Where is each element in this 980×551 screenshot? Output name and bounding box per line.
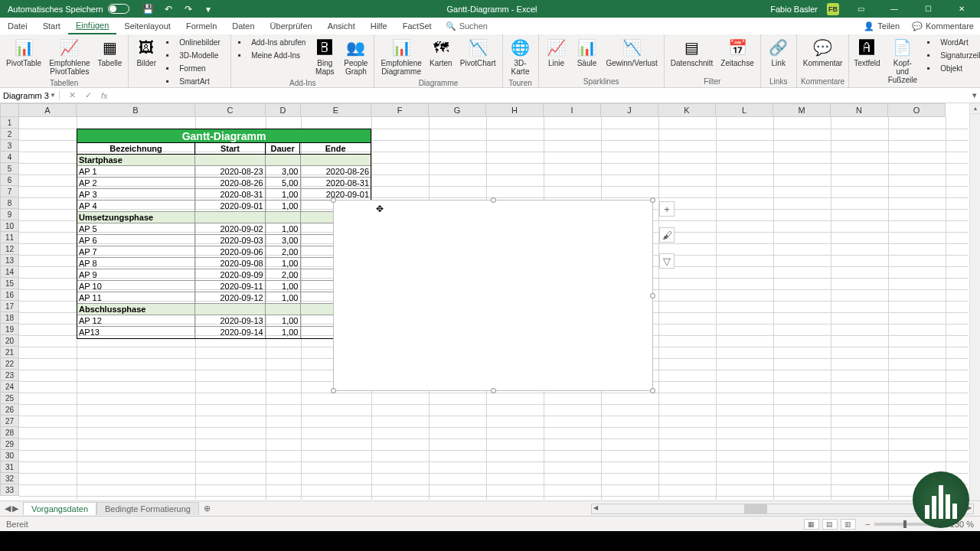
resize-handle-nw[interactable]: [331, 197, 336, 203]
cancel-formula-icon[interactable]: ✕: [69, 90, 76, 100]
col-header-B[interactable]: B: [77, 103, 195, 117]
ribbon-btn-bing-maps[interactable]: 🅱BingMaps: [310, 36, 339, 77]
row-header-1[interactable]: 1: [0, 117, 19, 129]
ribbon-tab-seitenlayout[interactable]: Seitenlayout: [116, 18, 178, 34]
col-header-I[interactable]: I: [544, 103, 601, 117]
row-header-4[interactable]: 4: [0, 152, 19, 163]
ribbon-btn-pivottable[interactable]: 📊PivotTable: [3, 36, 44, 69]
resize-handle-se[interactable]: [650, 388, 655, 393]
ribbon-btn-meine-add-ins[interactable]: ▪Meine Add-Ins: [234, 49, 309, 61]
fx-icon[interactable]: fx: [101, 91, 108, 100]
sheet-tab-active[interactable]: Vorgangsdaten: [23, 502, 96, 515]
row-header-8[interactable]: 8: [0, 197, 19, 209]
table-row[interactable]: Startphase: [77, 155, 371, 166]
row-header-23[interactable]: 23: [0, 370, 19, 381]
redo-icon[interactable]: ↷: [183, 4, 194, 15]
col-header-J[interactable]: J: [601, 103, 658, 117]
row-header-7[interactable]: 7: [0, 186, 19, 197]
col-header-G[interactable]: G: [429, 103, 486, 117]
view-normal-button[interactable]: ▦: [804, 519, 819, 530]
row-header-2[interactable]: 2: [0, 129, 19, 140]
table-row[interactable]: AP 72020-09-062,0020: [77, 246, 371, 258]
row-header-31[interactable]: 31: [0, 461, 19, 473]
row-header-29[interactable]: 29: [0, 439, 19, 450]
ribbon-tab-einfügen[interactable]: Einfügen: [68, 18, 116, 34]
row-header-25[interactable]: 25: [0, 393, 19, 404]
maximize-icon[interactable]: ☐: [916, 0, 940, 18]
row-header-14[interactable]: 14: [0, 266, 19, 278]
table-row[interactable]: AP 32020-08-311,002020-09-01: [77, 189, 371, 201]
ribbon-btn-link[interactable]: 🔗Link: [764, 36, 793, 69]
table-row[interactable]: AP 22020-08-265,002020-08-31: [77, 178, 371, 189]
ribbon-btn-kopf-und-fu-zeile[interactable]: 📄Kopf-und Fußzeile: [883, 36, 922, 86]
row-header-17[interactable]: 17: [0, 301, 19, 312]
col-header-H[interactable]: H: [486, 103, 544, 117]
row-header-6[interactable]: 6: [0, 174, 19, 186]
table-row[interactable]: AP 92020-09-092,0020: [77, 269, 371, 281]
row-header-18[interactable]: 18: [0, 312, 19, 324]
col-header-K[interactable]: K: [658, 103, 716, 117]
table-row[interactable]: AP132020-09-141,0020: [77, 327, 371, 338]
ribbon-btn--d-modelle[interactable]: ▪3D-Modelle: [162, 49, 227, 61]
zoom-out-button[interactable]: −: [865, 520, 870, 529]
row-header-33[interactable]: 33: [0, 484, 19, 496]
name-box[interactable]: Diagramm 3▼: [0, 91, 60, 100]
view-pagebreak-button[interactable]: ▥: [841, 519, 856, 530]
sheet-nav-next-icon[interactable]: ▶: [12, 504, 18, 514]
col-header-O[interactable]: O: [888, 103, 946, 117]
ribbon-btn-linie[interactable]: 📈Linie: [542, 36, 571, 69]
ribbon-btn-empfohlene-pivottables[interactable]: 📈EmpfohlenePivotTables: [46, 36, 93, 77]
row-header-12[interactable]: 12: [0, 243, 19, 255]
select-all-corner[interactable]: [0, 103, 19, 117]
ribbon-btn-karten[interactable]: 🗺Karten: [426, 36, 456, 69]
table-row[interactable]: AP 82020-09-081,0020: [77, 258, 371, 269]
row-header-10[interactable]: 10: [0, 220, 19, 232]
col-header-N[interactable]: N: [831, 103, 888, 117]
resize-handle-n[interactable]: [491, 197, 496, 203]
ribbon-btn-pivotchart[interactable]: 📉PivotChart: [457, 36, 499, 69]
table-row[interactable]: AP 122020-09-131,0020: [77, 315, 371, 327]
user-avatar[interactable]: FB: [827, 3, 839, 15]
row-header-15[interactable]: 15: [0, 278, 19, 289]
ribbon-btn--d-karte[interactable]: 🌐3D-Karte: [506, 36, 535, 77]
ribbon-btn-add-ins-abrufen[interactable]: ▪Add-Ins abrufen: [234, 36, 309, 48]
gantt-table[interactable]: Gantt-Diagramm Bezeichnung Start Dauer E…: [77, 129, 371, 339]
enter-formula-icon[interactable]: ✓: [85, 90, 92, 100]
chart-elements-button[interactable]: +: [659, 201, 675, 217]
ribbon-btn-bilder[interactable]: 🖼Bilder: [132, 36, 161, 69]
close-icon[interactable]: ✕: [949, 0, 974, 18]
save-icon[interactable]: 💾: [143, 4, 154, 15]
view-pagelayout-button[interactable]: ▤: [822, 519, 838, 530]
row-header-13[interactable]: 13: [0, 255, 19, 266]
ribbon-tab-start[interactable]: Start: [35, 18, 68, 34]
row-header-11[interactable]: 11: [0, 232, 19, 243]
resize-handle-ne[interactable]: [650, 197, 655, 203]
row-header-5[interactable]: 5: [0, 163, 19, 174]
ribbon-tab-überprüfen[interactable]: Überprüfen: [263, 18, 320, 34]
minimize-icon[interactable]: —: [882, 0, 906, 18]
table-row[interactable]: AP 62020-09-033,0020: [77, 235, 371, 246]
sheet-tab-other[interactable]: Bedingte Formatierung: [96, 502, 199, 515]
col-header-L[interactable]: L: [716, 103, 773, 117]
ribbon-btn-datenschnitt[interactable]: ▤Datenschnitt: [668, 36, 717, 69]
ribbon-btn-formen[interactable]: ▪Formen: [162, 62, 227, 74]
search-box[interactable]: 🔍 Suchen: [439, 18, 494, 34]
ribbon-btn-people-graph[interactable]: 👥PeopleGraph: [341, 36, 371, 77]
ribbon-btn-signaturzeile[interactable]: ▪Signaturzeile: [923, 49, 980, 61]
table-row[interactable]: AP 42020-09-011,0020: [77, 201, 371, 212]
share-button[interactable]: 👤 Teilen: [858, 18, 906, 34]
ribbon-btn-empfohlene-diagramme[interactable]: 📊EmpfohleneDiagramme: [377, 36, 424, 77]
table-row[interactable]: AP 102020-09-111,0020: [77, 281, 371, 292]
col-header-C[interactable]: C: [195, 103, 266, 117]
vertical-scrollbar[interactable]: ▴: [969, 103, 980, 500]
ribbon-btn-smartart[interactable]: ▪SmartArt: [162, 75, 227, 87]
undo-icon[interactable]: ↶: [163, 4, 174, 15]
row-header-9[interactable]: 9: [0, 209, 19, 220]
chart-frame[interactable]: [333, 200, 653, 391]
row-header-16[interactable]: 16: [0, 289, 19, 301]
ribbon-btn-objekt[interactable]: ▪Objekt: [923, 62, 980, 74]
table-row[interactable]: AP 12020-08-233,002020-08-26: [77, 166, 371, 178]
row-header-30[interactable]: 30: [0, 450, 19, 461]
resize-handle-sw[interactable]: [331, 388, 336, 393]
chart-filter-button[interactable]: ▽: [659, 253, 675, 269]
